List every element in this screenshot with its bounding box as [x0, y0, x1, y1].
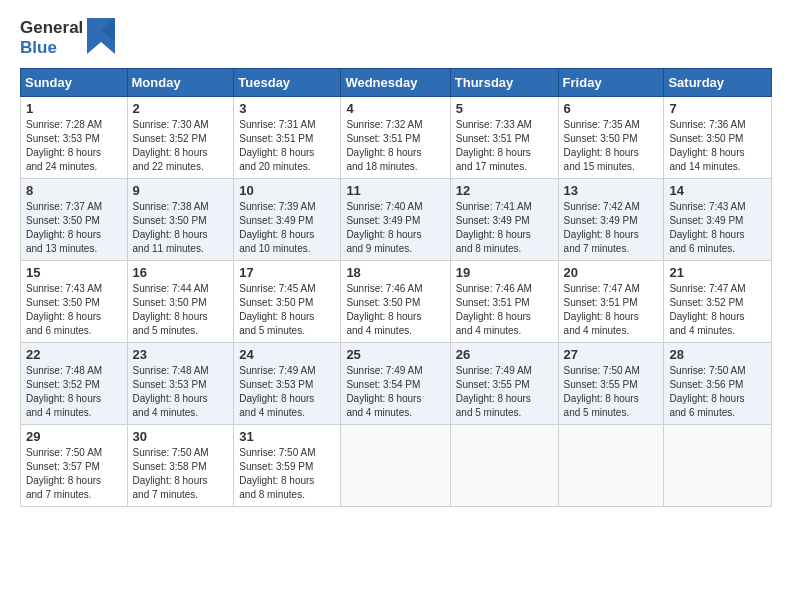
calendar-cell: 2Sunrise: 7:30 AM Sunset: 3:52 PM Daylig… [127, 97, 234, 179]
blue-text: Blue [20, 38, 83, 58]
day-number: 12 [456, 183, 553, 198]
calendar-cell: 22Sunrise: 7:48 AM Sunset: 3:52 PM Dayli… [21, 343, 128, 425]
day-info: Sunrise: 7:50 AM Sunset: 3:58 PM Dayligh… [133, 446, 229, 502]
day-number: 3 [239, 101, 335, 116]
day-number: 7 [669, 101, 766, 116]
day-info: Sunrise: 7:50 AM Sunset: 3:57 PM Dayligh… [26, 446, 122, 502]
day-info: Sunrise: 7:30 AM Sunset: 3:52 PM Dayligh… [133, 118, 229, 174]
calendar-cell: 4Sunrise: 7:32 AM Sunset: 3:51 PM Daylig… [341, 97, 450, 179]
calendar-cell: 1Sunrise: 7:28 AM Sunset: 3:53 PM Daylig… [21, 97, 128, 179]
day-info: Sunrise: 7:50 AM Sunset: 3:56 PM Dayligh… [669, 364, 766, 420]
logo-wordmark: General Blue [20, 18, 115, 58]
day-info: Sunrise: 7:31 AM Sunset: 3:51 PM Dayligh… [239, 118, 335, 174]
logo: General Blue [20, 18, 115, 58]
day-info: Sunrise: 7:32 AM Sunset: 3:51 PM Dayligh… [346, 118, 444, 174]
calendar-cell: 26Sunrise: 7:49 AM Sunset: 3:55 PM Dayli… [450, 343, 558, 425]
day-number: 9 [133, 183, 229, 198]
day-info: Sunrise: 7:49 AM Sunset: 3:53 PM Dayligh… [239, 364, 335, 420]
calendar-cell: 7Sunrise: 7:36 AM Sunset: 3:50 PM Daylig… [664, 97, 772, 179]
calendar-cell: 8Sunrise: 7:37 AM Sunset: 3:50 PM Daylig… [21, 179, 128, 261]
weekday-header-thursday: Thursday [450, 69, 558, 97]
day-info: Sunrise: 7:43 AM Sunset: 3:50 PM Dayligh… [26, 282, 122, 338]
calendar-cell: 23Sunrise: 7:48 AM Sunset: 3:53 PM Dayli… [127, 343, 234, 425]
day-number: 30 [133, 429, 229, 444]
day-number: 25 [346, 347, 444, 362]
logo-text-block: General Blue [20, 18, 83, 57]
day-number: 20 [564, 265, 659, 280]
weekday-header-wednesday: Wednesday [341, 69, 450, 97]
week-row-4: 22Sunrise: 7:48 AM Sunset: 3:52 PM Dayli… [21, 343, 772, 425]
day-number: 29 [26, 429, 122, 444]
day-number: 24 [239, 347, 335, 362]
calendar-cell: 15Sunrise: 7:43 AM Sunset: 3:50 PM Dayli… [21, 261, 128, 343]
calendar-cell [664, 425, 772, 507]
calendar-cell: 6Sunrise: 7:35 AM Sunset: 3:50 PM Daylig… [558, 97, 664, 179]
day-info: Sunrise: 7:40 AM Sunset: 3:49 PM Dayligh… [346, 200, 444, 256]
day-info: Sunrise: 7:42 AM Sunset: 3:49 PM Dayligh… [564, 200, 659, 256]
day-number: 22 [26, 347, 122, 362]
page: General Blue SundayMondayTuesdayWednesda… [0, 0, 792, 612]
day-info: Sunrise: 7:49 AM Sunset: 3:54 PM Dayligh… [346, 364, 444, 420]
day-number: 14 [669, 183, 766, 198]
day-number: 27 [564, 347, 659, 362]
day-info: Sunrise: 7:46 AM Sunset: 3:50 PM Dayligh… [346, 282, 444, 338]
day-number: 8 [26, 183, 122, 198]
calendar-cell: 17Sunrise: 7:45 AM Sunset: 3:50 PM Dayli… [234, 261, 341, 343]
calendar-cell [450, 425, 558, 507]
week-row-3: 15Sunrise: 7:43 AM Sunset: 3:50 PM Dayli… [21, 261, 772, 343]
calendar-cell: 5Sunrise: 7:33 AM Sunset: 3:51 PM Daylig… [450, 97, 558, 179]
weekday-header-saturday: Saturday [664, 69, 772, 97]
weekday-header-row: SundayMondayTuesdayWednesdayThursdayFrid… [21, 69, 772, 97]
day-info: Sunrise: 7:39 AM Sunset: 3:49 PM Dayligh… [239, 200, 335, 256]
day-info: Sunrise: 7:50 AM Sunset: 3:59 PM Dayligh… [239, 446, 335, 502]
day-number: 21 [669, 265, 766, 280]
calendar-cell: 29Sunrise: 7:50 AM Sunset: 3:57 PM Dayli… [21, 425, 128, 507]
day-number: 17 [239, 265, 335, 280]
day-info: Sunrise: 7:28 AM Sunset: 3:53 PM Dayligh… [26, 118, 122, 174]
day-info: Sunrise: 7:50 AM Sunset: 3:55 PM Dayligh… [564, 364, 659, 420]
calendar-cell: 13Sunrise: 7:42 AM Sunset: 3:49 PM Dayli… [558, 179, 664, 261]
day-number: 11 [346, 183, 444, 198]
day-number: 19 [456, 265, 553, 280]
calendar-cell: 24Sunrise: 7:49 AM Sunset: 3:53 PM Dayli… [234, 343, 341, 425]
logo-icon [87, 18, 115, 58]
day-number: 31 [239, 429, 335, 444]
day-number: 28 [669, 347, 766, 362]
calendar-cell: 3Sunrise: 7:31 AM Sunset: 3:51 PM Daylig… [234, 97, 341, 179]
weekday-header-tuesday: Tuesday [234, 69, 341, 97]
day-info: Sunrise: 7:47 AM Sunset: 3:51 PM Dayligh… [564, 282, 659, 338]
calendar-cell: 16Sunrise: 7:44 AM Sunset: 3:50 PM Dayli… [127, 261, 234, 343]
calendar-cell: 27Sunrise: 7:50 AM Sunset: 3:55 PM Dayli… [558, 343, 664, 425]
day-info: Sunrise: 7:48 AM Sunset: 3:53 PM Dayligh… [133, 364, 229, 420]
day-info: Sunrise: 7:45 AM Sunset: 3:50 PM Dayligh… [239, 282, 335, 338]
day-number: 23 [133, 347, 229, 362]
calendar-cell [341, 425, 450, 507]
calendar-cell: 25Sunrise: 7:49 AM Sunset: 3:54 PM Dayli… [341, 343, 450, 425]
day-info: Sunrise: 7:44 AM Sunset: 3:50 PM Dayligh… [133, 282, 229, 338]
day-info: Sunrise: 7:37 AM Sunset: 3:50 PM Dayligh… [26, 200, 122, 256]
day-number: 4 [346, 101, 444, 116]
calendar-cell: 31Sunrise: 7:50 AM Sunset: 3:59 PM Dayli… [234, 425, 341, 507]
day-info: Sunrise: 7:48 AM Sunset: 3:52 PM Dayligh… [26, 364, 122, 420]
calendar-cell: 10Sunrise: 7:39 AM Sunset: 3:49 PM Dayli… [234, 179, 341, 261]
header: General Blue [20, 18, 772, 58]
day-number: 16 [133, 265, 229, 280]
day-number: 26 [456, 347, 553, 362]
day-info: Sunrise: 7:49 AM Sunset: 3:55 PM Dayligh… [456, 364, 553, 420]
day-number: 1 [26, 101, 122, 116]
day-info: Sunrise: 7:47 AM Sunset: 3:52 PM Dayligh… [669, 282, 766, 338]
calendar-cell: 18Sunrise: 7:46 AM Sunset: 3:50 PM Dayli… [341, 261, 450, 343]
calendar-cell: 11Sunrise: 7:40 AM Sunset: 3:49 PM Dayli… [341, 179, 450, 261]
calendar-cell: 20Sunrise: 7:47 AM Sunset: 3:51 PM Dayli… [558, 261, 664, 343]
calendar-cell: 12Sunrise: 7:41 AM Sunset: 3:49 PM Dayli… [450, 179, 558, 261]
week-row-1: 1Sunrise: 7:28 AM Sunset: 3:53 PM Daylig… [21, 97, 772, 179]
day-info: Sunrise: 7:46 AM Sunset: 3:51 PM Dayligh… [456, 282, 553, 338]
day-info: Sunrise: 7:41 AM Sunset: 3:49 PM Dayligh… [456, 200, 553, 256]
calendar-cell: 21Sunrise: 7:47 AM Sunset: 3:52 PM Dayli… [664, 261, 772, 343]
weekday-header-friday: Friday [558, 69, 664, 97]
day-number: 2 [133, 101, 229, 116]
day-number: 10 [239, 183, 335, 198]
weekday-header-sunday: Sunday [21, 69, 128, 97]
day-info: Sunrise: 7:35 AM Sunset: 3:50 PM Dayligh… [564, 118, 659, 174]
day-info: Sunrise: 7:33 AM Sunset: 3:51 PM Dayligh… [456, 118, 553, 174]
